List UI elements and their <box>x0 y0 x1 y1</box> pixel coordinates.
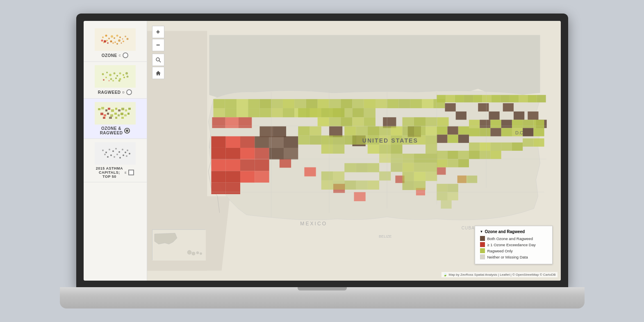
svg-rect-241 <box>309 136 321 145</box>
svg-rect-236 <box>501 143 512 151</box>
svg-rect-45 <box>101 107 104 109</box>
svg-point-18 <box>116 43 118 45</box>
svg-point-14 <box>118 39 121 42</box>
layer-combined-radio[interactable] <box>124 128 130 134</box>
svg-rect-116 <box>352 108 364 117</box>
svg-rect-172 <box>279 159 291 168</box>
svg-rect-54 <box>100 113 103 115</box>
zoom-out-button[interactable]: − <box>152 39 164 51</box>
svg-rect-196 <box>426 117 437 126</box>
svg-rect-57 <box>110 114 113 117</box>
svg-rect-163 <box>225 171 240 182</box>
svg-rect-201 <box>469 120 480 128</box>
svg-point-78 <box>104 154 106 155</box>
svg-rect-205 <box>512 120 522 128</box>
svg-rect-139 <box>421 99 433 108</box>
layer-thumbnail-ozone <box>95 28 136 51</box>
svg-rect-182 <box>269 136 283 148</box>
svg-rect-240 <box>298 136 309 145</box>
svg-point-68 <box>102 150 104 151</box>
svg-rect-104 <box>271 108 282 117</box>
svg-rect-283 <box>437 192 447 200</box>
map-area[interactable]: + − <box>147 21 561 281</box>
zoom-in-button[interactable]: + <box>152 26 164 38</box>
zoom-controls: + − <box>152 26 164 79</box>
svg-rect-132 <box>341 117 352 126</box>
attribution-icon: 🍃 <box>443 273 447 277</box>
svg-rect-304 <box>321 108 332 117</box>
svg-point-6 <box>114 37 115 39</box>
svg-rect-242 <box>321 145 332 154</box>
svg-point-26 <box>106 72 108 73</box>
svg-rect-138 <box>410 99 421 108</box>
svg-point-8 <box>119 36 121 38</box>
layer-item-ozone-ragweed[interactable]: OZONE &RAGWEED <box>84 99 147 139</box>
svg-rect-208 <box>437 135 447 143</box>
svg-rect-137 <box>398 99 410 108</box>
legend: ▼ Ozone and Ragweed Both Ozone and Ragwe… <box>475 226 553 264</box>
svg-rect-165 <box>240 136 255 148</box>
svg-rect-166 <box>240 148 255 159</box>
search-button[interactable] <box>152 54 164 66</box>
svg-line-87 <box>159 61 161 62</box>
layer-combined-label: OZONE &RAGWEED <box>100 126 130 135</box>
svg-rect-286 <box>457 176 467 183</box>
layer-ragweed-label: RAGWEEDd <box>98 89 132 95</box>
svg-point-71 <box>112 150 114 152</box>
svg-rect-231 <box>480 143 490 151</box>
svg-rect-252 <box>402 154 414 163</box>
svg-rect-24 <box>95 65 136 88</box>
layer-ozone-radio[interactable] <box>123 52 128 58</box>
svg-point-3 <box>105 35 107 37</box>
home-button[interactable] <box>152 67 164 79</box>
legend-item-ragweed: Ragweed Only <box>480 248 547 253</box>
svg-rect-235 <box>490 151 501 159</box>
svg-rect-209 <box>447 135 458 143</box>
svg-rect-134 <box>364 117 375 126</box>
svg-point-32 <box>125 72 128 75</box>
svg-point-73 <box>118 151 120 153</box>
layer-ragweed-radio[interactable] <box>126 89 132 95</box>
svg-point-38 <box>126 76 128 78</box>
svg-rect-153 <box>528 111 538 120</box>
legend-swatch-ragweed <box>480 248 485 253</box>
svg-rect-122 <box>473 95 482 102</box>
svg-rect-265 <box>333 171 344 180</box>
svg-rect-199 <box>447 126 458 134</box>
screen: OZONEc <box>84 21 561 281</box>
svg-rect-49 <box>115 108 117 110</box>
svg-point-31 <box>123 74 124 76</box>
svg-rect-53 <box>128 108 131 110</box>
legend-item-ozone: ≥ 1 Ozone Exceedance Day <box>480 242 547 247</box>
svg-rect-202 <box>480 120 490 128</box>
svg-point-82 <box>114 156 115 158</box>
svg-point-86 <box>156 58 159 61</box>
svg-rect-280 <box>238 117 251 128</box>
svg-rect-101 <box>294 99 306 108</box>
svg-rect-212 <box>480 128 490 136</box>
svg-rect-169 <box>255 148 269 159</box>
layer-item-ozone[interactable]: OZONEc <box>84 25 147 62</box>
svg-rect-97 <box>248 108 259 117</box>
svg-rect-136 <box>387 99 398 108</box>
svg-point-34 <box>110 78 112 80</box>
svg-point-29 <box>116 75 118 77</box>
layer-item-capitals[interactable]: 2015 ASTHMACAPITALS;TOP 50e <box>84 139 147 182</box>
svg-rect-120 <box>455 95 464 102</box>
svg-rect-90 <box>213 99 225 108</box>
svg-rect-119 <box>446 95 455 102</box>
layer-capitals-checkbox[interactable] <box>128 170 134 175</box>
svg-point-69 <box>105 152 107 153</box>
svg-rect-102 <box>306 99 317 108</box>
layer-item-ragweed[interactable]: RAGWEEDd <box>84 62 147 99</box>
svg-rect-267 <box>356 163 367 172</box>
layer-thumbnail-ragweed <box>95 65 136 88</box>
svg-rect-189 <box>344 126 356 135</box>
svg-rect-168 <box>240 171 255 182</box>
svg-rect-151 <box>503 103 513 111</box>
svg-rect-135 <box>375 99 387 108</box>
svg-rect-192 <box>379 126 391 135</box>
svg-rect-158 <box>211 171 225 182</box>
inset-map <box>152 229 205 260</box>
svg-rect-227 <box>437 159 447 167</box>
